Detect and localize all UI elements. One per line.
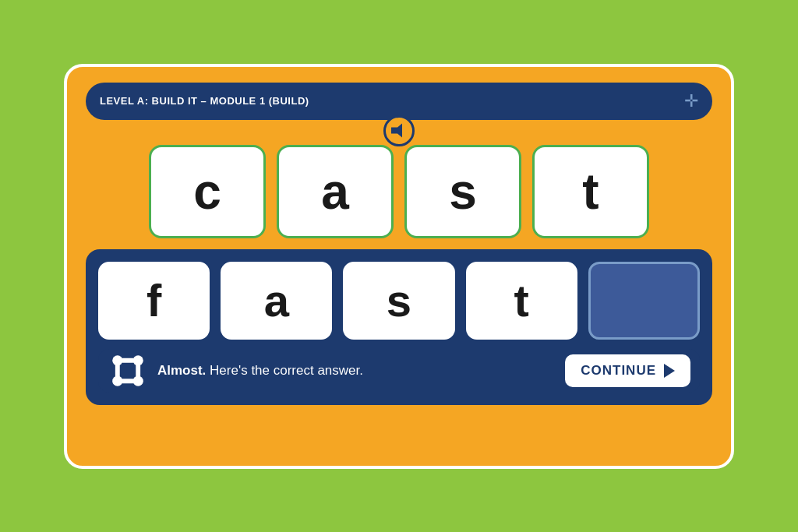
continue-button[interactable]: CONTINUE xyxy=(565,354,690,387)
top-tile-c[interactable]: c xyxy=(149,145,266,238)
top-tile-t[interactable]: t xyxy=(532,145,649,238)
bottom-tile-a[interactable]: a xyxy=(221,262,332,340)
bone-icon xyxy=(108,351,148,391)
bottom-tile-s[interactable]: s xyxy=(343,262,454,340)
empty-tile-slot xyxy=(588,262,700,340)
feedback-bar: Almost. Here's the correct answer. CONTI… xyxy=(98,349,700,393)
arrow-right-icon xyxy=(664,364,675,378)
bottom-panel: f a s t xyxy=(86,249,712,405)
top-tile-s[interactable]: s xyxy=(404,145,521,238)
move-icon[interactable]: ✛ xyxy=(684,91,698,111)
bottom-tile-f[interactable]: f xyxy=(98,262,210,340)
bottom-tiles-row: f a s t xyxy=(98,262,700,340)
speaker-button[interactable] xyxy=(383,115,415,146)
header-title: LEVEL A: BUILD IT – MODULE 1 (BUILD) xyxy=(100,95,309,107)
top-tiles-row: c a s t xyxy=(86,145,712,238)
svg-rect-4 xyxy=(115,364,120,378)
svg-rect-6 xyxy=(121,358,135,362)
svg-rect-5 xyxy=(136,364,140,378)
top-tile-a[interactable]: a xyxy=(277,145,394,238)
bottom-tile-t[interactable]: t xyxy=(466,262,577,340)
svg-rect-7 xyxy=(121,379,135,383)
main-card: LEVEL A: BUILD IT – MODULE 1 (BUILD) ✛ c… xyxy=(64,64,734,469)
feedback-text: Almost. Here's the correct answer. xyxy=(157,363,556,379)
header-bar: LEVEL A: BUILD IT – MODULE 1 (BUILD) ✛ xyxy=(86,83,712,120)
speaker-icon xyxy=(391,123,407,139)
